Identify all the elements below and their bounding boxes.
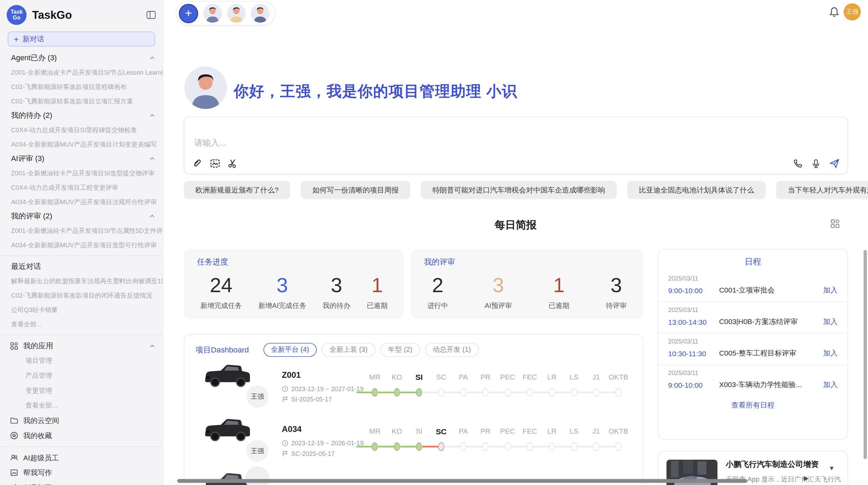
recent-chat-item[interactable]: C02-飞腾新能源轻客改款项目的闭环通告反馈情况	[0, 288, 163, 302]
recent-chats-header[interactable]: 最近对话	[0, 259, 163, 274]
sidebar-collapse-icon[interactable]	[146, 10, 156, 20]
suggestion-chip[interactable]: 特朗普可能对进口汽车增税会对中国车企造成哪些影响	[421, 181, 617, 199]
recent-chat-item[interactable]: 解释最新出台的欧盟报废车法规再生塑料比例被调至15%...	[0, 274, 163, 288]
milestone-dot	[416, 443, 422, 451]
chat-input[interactable]	[193, 137, 694, 148]
join-link[interactable]: 加入	[823, 380, 837, 390]
sidebar-item[interactable]: A034-全新新能源MUV产品开发项目造型可行性评审	[0, 238, 163, 252]
milestone-dot	[394, 388, 400, 397]
app-item[interactable]: 变更管理	[0, 383, 163, 398]
sidebar-item[interactable]: Z001-全新燃油轻卡产品开发项目SI造型提交物评审	[0, 166, 163, 180]
milestone-connector	[422, 446, 438, 447]
app-item[interactable]: 产品管理	[0, 368, 163, 383]
milestone-dot	[549, 443, 555, 451]
member-avatar[interactable]	[227, 4, 246, 23]
milestone-dot	[372, 443, 378, 451]
user-avatar[interactable]: 王强	[844, 3, 861, 21]
milestone-track: MRKOSISCPAPRPECFECLRLSJ1OKTB	[364, 426, 629, 452]
milestone: LS	[563, 426, 585, 452]
layout-grid-icon[interactable]	[830, 219, 840, 228]
sidebar-item-creative-drawing[interactable]: 创意制图	[0, 480, 163, 485]
app-item[interactable]: 项目管理	[0, 353, 163, 369]
sidebar-section-header[interactable]: 我的待办 (2)	[0, 109, 163, 123]
milestone-connector	[511, 446, 527, 447]
divider	[0, 256, 163, 256]
stat: 3我的待办	[323, 274, 350, 311]
milestone-label: OKTB	[607, 372, 629, 382]
project-dashboard-card: 项目Dashboard 全新平台 (4)全新上装 (3)年型 (2)动总开发 (…	[184, 334, 643, 485]
send-icon[interactable]	[829, 158, 840, 169]
dashboard-tab[interactable]: 全新平台 (4)	[263, 343, 317, 357]
stat-value: 3	[258, 274, 306, 297]
join-link[interactable]: 加入	[823, 285, 837, 295]
vertical-scrollbar[interactable]	[864, 250, 867, 459]
assistant-avatar	[184, 66, 227, 109]
milestone-label: KO	[386, 426, 408, 436]
sidebar-item-favorites[interactable]: 我的收藏	[0, 428, 163, 443]
dashboard-tab[interactable]: 动总开发 (1)	[425, 343, 479, 357]
sidebar-item[interactable]: C02-飞腾新能源轻客改款项目里程碑画布	[0, 80, 163, 94]
milestone: FEC	[519, 372, 541, 398]
sidebar-item[interactable]: C02-飞腾新能源轻客改款项目立项汇报方案	[0, 94, 163, 109]
mic-icon[interactable]	[811, 159, 821, 169]
milestone-dot	[482, 443, 489, 451]
sidebar-item-my-apps[interactable]: 我的应用	[0, 338, 163, 353]
milestone-label: PA	[452, 426, 474, 436]
schedule-date: 2025/03/11	[668, 275, 837, 282]
milestone-label: KO	[386, 372, 408, 382]
suggestion-chip[interactable]: 当下年轻人对汽车外观有怎样的喜好趋势	[776, 181, 868, 199]
scissors-icon[interactable]	[228, 158, 238, 169]
milestone: PEC	[496, 372, 519, 398]
milestone-connector	[577, 446, 593, 447]
scroll-right-arrow-icon[interactable]: ▶	[804, 474, 809, 482]
sidebar-item[interactable]: C0X4-动力总成开发项目工程变更评审	[0, 180, 163, 195]
sidebar-item-help-me-write[interactable]: 帮我写作	[0, 465, 163, 480]
recent-chat-item[interactable]: 公司Q3轻卡销量	[0, 302, 163, 317]
member-avatar[interactable]	[251, 4, 270, 23]
sidebar-item[interactable]: C0X4-动力总成开发项目SI里程碑提交物检查	[0, 123, 163, 137]
add-member-button[interactable]: +	[179, 3, 198, 23]
milestone-label: SC	[430, 426, 453, 436]
milestone: KO	[386, 372, 408, 398]
phone-icon[interactable]	[793, 159, 803, 169]
sidebar-item[interactable]: A034-全新新能源MUV产品开发项目法规符合性评审	[0, 195, 163, 209]
milestone: LR	[541, 372, 563, 398]
person-illustration	[251, 4, 270, 23]
apps-view-all[interactable]: 查看全部...	[0, 398, 163, 413]
sidebar-section-header[interactable]: AI评审 (3)	[0, 151, 163, 166]
sidebar-item-cloud-space[interactable]: 我的云空间	[0, 413, 163, 428]
recent-view-all[interactable]: 查看全部...	[0, 317, 163, 331]
notification-bell-icon[interactable]	[829, 7, 839, 17]
image-upload-icon[interactable]	[210, 158, 220, 169]
sidebar-item-ai-super-staff[interactable]: AI超级员工	[0, 450, 163, 465]
sidebar-section-header[interactable]: 我的评审 (2)	[0, 209, 163, 223]
dashboard-tabs: 全新平台 (4)全新上装 (3)年型 (2)动总开发 (1)	[263, 343, 479, 357]
join-link[interactable]: 加入	[823, 348, 837, 358]
sidebar-item[interactable]: Z001-全新燃油轻卡产品开发项目SI节点属性5D文件评审	[0, 223, 163, 238]
suggestion-chip[interactable]: 比亚迪全固态电池计划具体说了什么	[627, 181, 766, 199]
recent-chats-title: 最近对话	[11, 262, 41, 272]
sidebar-item[interactable]: Z001-全新燃油皮卡产品开发项目SI节点Lesson Learn报告	[0, 65, 163, 80]
taskgo-app: Task Go TaskGo + 新对话 Agent已办 (3)Z001-全新燃…	[0, 0, 868, 485]
suggestion-chip[interactable]: 欧洲新规最近颁布了什么?	[184, 181, 290, 199]
dashboard-tab[interactable]: 年型 (2)	[380, 343, 420, 357]
scroll-down-arrow-icon[interactable]: ▼	[829, 464, 835, 471]
suggestion-chip[interactable]: 如何写一份清晰的项目周报	[301, 181, 410, 199]
milestone-connector	[466, 446, 482, 447]
horizontal-scrollbar[interactable]	[177, 479, 747, 483]
sidebar-item[interactable]: A034-全新新能源MUV产品开发项目计划变更表编写	[0, 137, 163, 151]
plus-icon: +	[14, 35, 19, 43]
milestone: J1	[585, 372, 607, 398]
sidebar-section-header[interactable]: Agent已办 (3)	[0, 51, 163, 65]
member-avatar[interactable]	[203, 4, 222, 23]
milestone-connector	[378, 391, 394, 393]
attachment-icon[interactable]	[192, 158, 203, 169]
milestone-dot	[438, 388, 444, 397]
sidebar-section-title: 我的待办 (2)	[11, 111, 52, 121]
milestone-label: MR	[364, 372, 386, 382]
schedule-view-all[interactable]: 查看所有日程	[658, 400, 847, 410]
new-chat-button[interactable]: + 新对话	[8, 32, 155, 47]
dashboard-tab[interactable]: 全新上装 (3)	[322, 343, 375, 357]
milestone-connector	[489, 446, 505, 447]
join-link[interactable]: 加入	[823, 317, 837, 327]
